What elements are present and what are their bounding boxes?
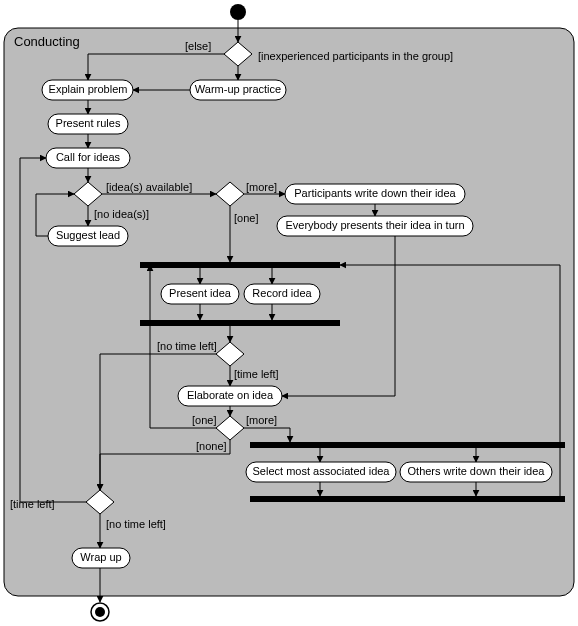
guard: [no time left]: [106, 518, 166, 530]
guard: [more]: [246, 414, 277, 426]
container-label: Conducting: [14, 34, 80, 49]
join-bar-2: [250, 496, 565, 502]
guard: [no idea(s)]: [94, 208, 149, 220]
activity-label: Explain problem: [49, 83, 128, 95]
activity-label: Call for ideas: [56, 151, 121, 163]
container-conducting: [4, 28, 574, 596]
initial-node: [230, 4, 246, 20]
guard: [no time left]: [157, 340, 217, 352]
final-node-inner: [95, 607, 105, 617]
activity-label: Elaborate on idea: [187, 389, 274, 401]
activity-label: Suggest lead: [56, 229, 120, 241]
guard: [more]: [246, 181, 277, 193]
join-bar-1: [140, 320, 340, 326]
guard: [inexperienced participants in the group…: [258, 50, 453, 62]
guard: [idea(s) available]: [106, 181, 192, 193]
activity-label: Warm-up practice: [195, 83, 281, 95]
guard: [one]: [234, 212, 258, 224]
activity-label: Everybody presents their idea in turn: [285, 219, 464, 231]
guard: [time left]: [234, 368, 279, 380]
activity-label: Select most associated idea: [253, 465, 391, 477]
activity-label: Participants write down their idea: [294, 187, 456, 199]
fork-bar-2: [250, 442, 565, 448]
activity-label: Present rules: [56, 117, 121, 129]
guard: [time left]: [10, 498, 55, 510]
guard: [none]: [196, 440, 227, 452]
activity-diagram: Conducting [else] [inexperienced partici…: [0, 0, 578, 626]
activity-label: Others write down their idea: [408, 465, 546, 477]
activity-label: Record idea: [252, 287, 312, 299]
guard: [one]: [192, 414, 216, 426]
fork-bar-1: [140, 262, 340, 268]
activity-label: Present idea: [169, 287, 232, 299]
activity-label: Wrap up: [80, 551, 121, 563]
guard: [else]: [185, 40, 211, 52]
